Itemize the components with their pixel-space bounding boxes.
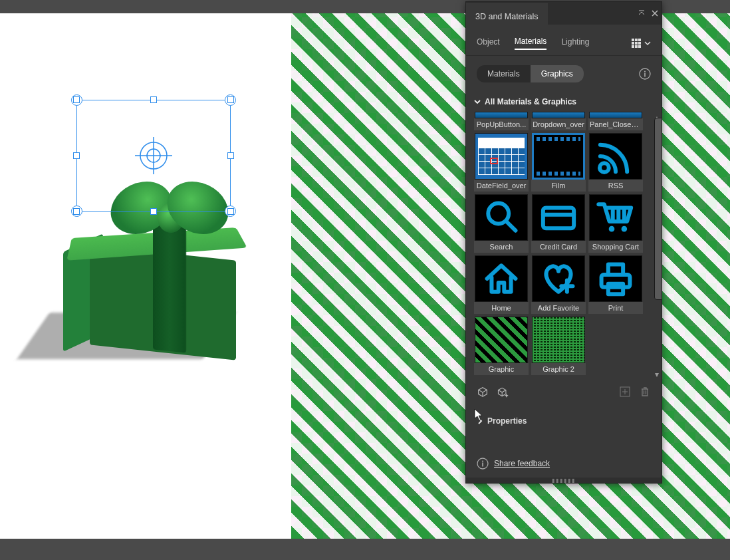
- info-icon: [477, 458, 489, 470]
- graphic2-thumb: [532, 317, 585, 363]
- tile-label: Print: [588, 302, 643, 314]
- handle-bottom-left[interactable]: [73, 208, 80, 215]
- svg-point-16: [600, 163, 609, 172]
- tile-cart[interactable]: Shopping Cart: [588, 194, 643, 253]
- tile-popupbutton[interactable]: PopUpButton...: [474, 112, 529, 130]
- chevron-right-icon: [477, 418, 483, 424]
- tile-creditcard[interactable]: Credit Card: [531, 194, 586, 253]
- home-icon: [475, 255, 528, 302]
- svg-point-39: [482, 461, 483, 462]
- tile-label: Home: [474, 302, 529, 314]
- tile-addfavorite[interactable]: Add Favorite: [531, 255, 586, 314]
- resize-grip[interactable]: ▮▮▮▮▮▮: [466, 478, 662, 483]
- calendar-icon: [475, 133, 528, 180]
- chevron-down-icon: [644, 40, 651, 47]
- svg-line-18: [507, 221, 516, 231]
- svg-rect-12: [638, 45, 641, 48]
- properties-title: Properties: [487, 416, 527, 426]
- scroll-down-icon[interactable]: ▾: [654, 370, 660, 376]
- close-icon[interactable]: [648, 2, 662, 25]
- svg-rect-15: [644, 73, 646, 77]
- tile-label: Film: [531, 180, 586, 192]
- center-target-icon[interactable]: [134, 136, 174, 176]
- svg-rect-6: [638, 39, 641, 41]
- search-icon: [475, 194, 528, 241]
- svg-rect-9: [638, 42, 641, 45]
- tile-label: Search: [474, 241, 529, 253]
- film-icon: [532, 133, 585, 180]
- svg-rect-5: [635, 39, 638, 41]
- heart-plus-icon: [532, 255, 585, 302]
- tile-panelclose[interactable]: Panel_CloseB...: [588, 112, 643, 130]
- svg-point-14: [644, 71, 646, 72]
- subtab-materials[interactable]: Materials: [515, 37, 547, 50]
- view-mode-menu[interactable]: [631, 38, 651, 49]
- tile-label: RSS: [588, 180, 643, 192]
- share-feedback-label[interactable]: Share feedback: [494, 459, 550, 468]
- tile-film[interactable]: Film: [531, 133, 586, 192]
- tile-label: Panel_CloseB...: [588, 118, 643, 130]
- cube-plus-icon[interactable]: [497, 386, 509, 398]
- handle-bottom-right[interactable]: [227, 208, 234, 215]
- section-all-materials[interactable]: All Materials & Graphics: [466, 88, 662, 112]
- tile-thumb: [589, 112, 642, 118]
- add-icon[interactable]: [619, 386, 631, 398]
- section-properties[interactable]: Properties: [466, 406, 662, 432]
- tile-grid-scroll: PopUpButton... Dropdown_over Panel_Close…: [466, 112, 662, 378]
- svg-rect-19: [543, 208, 574, 228]
- panel-3d-and-materials[interactable]: 3D and Materials Object Materials Lighti…: [465, 1, 662, 484]
- credit-card-icon: [532, 194, 585, 241]
- tile-thumb: [532, 112, 585, 118]
- handle-top-right[interactable]: [227, 96, 234, 103]
- handle-top-left[interactable]: [73, 96, 80, 103]
- trash-icon[interactable]: [639, 386, 651, 398]
- tile-thumb: [475, 112, 528, 118]
- svg-rect-8: [635, 42, 638, 45]
- grid-scrollbar[interactable]: ▴ ▾: [654, 114, 660, 375]
- shopping-cart-icon: [589, 194, 642, 241]
- svg-rect-7: [632, 42, 634, 45]
- tile-print[interactable]: Print: [588, 255, 643, 314]
- tile-datefield[interactable]: DateField_over: [474, 133, 529, 192]
- handle-mid-right[interactable]: [227, 152, 234, 159]
- scrollbar-thumb[interactable]: [654, 118, 662, 300]
- tile-graphic2[interactable]: Graphic 2: [531, 317, 586, 375]
- rss-icon: [589, 133, 642, 180]
- tile-label: DateField_over: [474, 180, 529, 192]
- tile-label: Credit Card: [531, 241, 586, 253]
- info-icon[interactable]: [639, 68, 651, 80]
- collapse-icon[interactable]: [635, 2, 648, 25]
- tile-search[interactable]: Search: [474, 194, 529, 253]
- tile-home[interactable]: Home: [474, 255, 529, 314]
- tile-graphic[interactable]: Graphic: [474, 317, 529, 375]
- selection-bounding-box[interactable]: [76, 100, 231, 211]
- handle-mid-left[interactable]: [73, 152, 80, 159]
- pill-graphics[interactable]: Graphics: [531, 65, 584, 82]
- panel-subtabs: Object Materials Lighting: [466, 25, 662, 56]
- tile-label: Graphic: [474, 363, 529, 375]
- svg-point-22: [622, 226, 628, 232]
- print-icon: [589, 255, 642, 302]
- section-title: All Materials & Graphics: [485, 97, 576, 106]
- graphic-thumb: [475, 317, 528, 363]
- tile-grid: PopUpButton... Dropdown_over Panel_Close…: [474, 112, 656, 375]
- tile-label: Graphic 2: [531, 363, 586, 375]
- panel-tabbar: 3D and Materials: [466, 2, 662, 25]
- handle-top-mid[interactable]: [150, 96, 157, 103]
- subtab-object[interactable]: Object: [477, 37, 500, 49]
- tile-label: PopUpButton...: [474, 118, 529, 130]
- svg-rect-29: [608, 265, 623, 275]
- svg-rect-4: [632, 39, 634, 41]
- panel-tab-3d[interactable]: 3D and Materials: [466, 2, 548, 25]
- tile-label: Shopping Cart: [588, 241, 643, 253]
- tile-dropdown[interactable]: Dropdown_over: [531, 112, 586, 130]
- cube-icon[interactable]: [477, 386, 489, 398]
- handle-bottom-mid[interactable]: [150, 208, 157, 215]
- svg-point-21: [609, 226, 615, 232]
- pill-materials[interactable]: Materials: [477, 65, 531, 82]
- grid-icon: [631, 38, 642, 49]
- tile-rss[interactable]: RSS: [588, 133, 643, 192]
- subtab-lighting[interactable]: Lighting: [561, 37, 589, 49]
- svg-rect-40: [482, 463, 483, 467]
- share-feedback[interactable]: Share feedback: [466, 451, 662, 478]
